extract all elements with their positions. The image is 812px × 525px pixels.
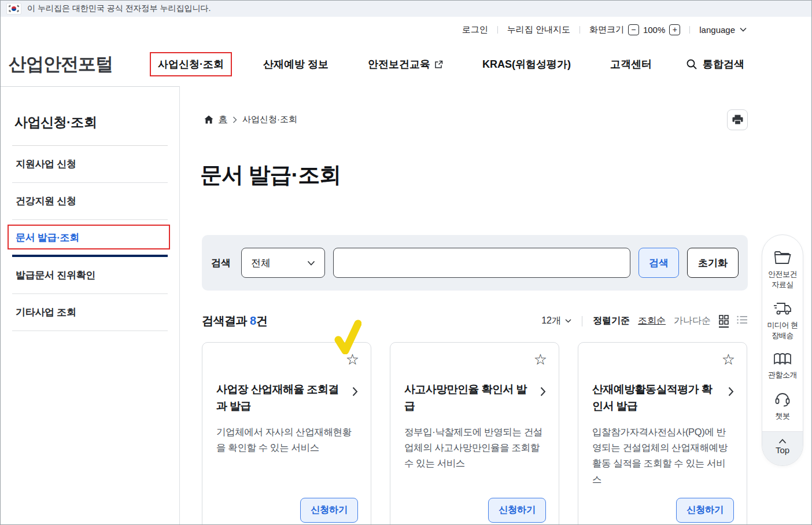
- apply-button[interactable]: 신청하기: [488, 498, 546, 523]
- sort-label: 정렬기준: [593, 315, 630, 327]
- global-search-label: 통합검색: [703, 57, 744, 71]
- quickmenu-label: 챗봇: [776, 411, 790, 421]
- divider: [497, 26, 498, 34]
- apply-button[interactable]: 신청하기: [300, 498, 358, 523]
- nav-item-label: 고객센터: [610, 57, 652, 71]
- sidebar-item-health-support[interactable]: 건강지원 신청: [12, 183, 168, 220]
- sort-by-views[interactable]: 조회순: [638, 315, 666, 327]
- folder-icon: [774, 250, 791, 265]
- korean-flag-icon: [6, 3, 21, 14]
- language-menu[interactable]: language: [699, 25, 747, 35]
- apply-button[interactable]: 신청하기: [676, 498, 734, 523]
- left-sidebar: 사업신청·조회 지원사업 신청 건강지원 신청 문서 발급·조회 발급문서 진위…: [1, 86, 180, 525]
- nav-item-label: 사업신청·조회: [158, 57, 224, 71]
- quickmenu-label: 관할소개: [768, 370, 797, 380]
- quickmenu-item-jurisdiction[interactable]: 관할소개: [768, 352, 797, 380]
- sidebar-item-document-issue[interactable]: 문서 발급·조회: [12, 220, 168, 257]
- star-icon[interactable]: ☆: [722, 352, 735, 367]
- zoom-out-button[interactable]: −: [628, 24, 639, 35]
- sitemap-link[interactable]: 누리집 안내지도: [507, 24, 570, 35]
- print-button[interactable]: [727, 109, 748, 130]
- site-logo[interactable]: 산업안전포털: [9, 52, 113, 76]
- star-icon[interactable]: ☆: [346, 352, 359, 367]
- card-description: 입찰참가자격사전심사(PQ)에 반영되는 건설업체의 산업재해예방활동 실적을 …: [592, 424, 733, 487]
- nav-item-customer-center[interactable]: 고객센터: [602, 52, 660, 76]
- zoom-level-value: 100%: [643, 25, 665, 35]
- results-count-label: 검색결과: [202, 314, 247, 327]
- list-view-icon[interactable]: [737, 315, 748, 327]
- results-count-unit: 건: [256, 314, 268, 327]
- nav-item-label: 산재예방 정보: [263, 57, 329, 71]
- divider: [580, 26, 580, 34]
- gov-banner-text: 이 누리집은 대한민국 공식 전자정부 누리집입니다.: [27, 3, 211, 14]
- gov-banner: 이 누리집은 대한민국 공식 전자정부 누리집입니다.: [1, 1, 811, 17]
- card-title[interactable]: 사업장 산업재해율 조회결과 발급: [216, 381, 357, 415]
- card-description: 정부입·낙찰제도에 반영되는 건설업체의 사고사망만인율을 조회할 수 있는 서…: [404, 424, 545, 472]
- card-description: 기업체에서 자사의 산업재해현황을 확인할 수 있는 서비스: [216, 424, 357, 456]
- nav-item-business-apply[interactable]: 사업신청·조회: [150, 52, 232, 76]
- sidebar-item-label: 건강지원 신청: [16, 194, 76, 208]
- search-filter-value: 전체: [251, 256, 271, 270]
- results-count-value: 8: [250, 314, 256, 327]
- main-nav: 사업신청·조회 산재예방 정보 안전보건교육 KRAS(위험성평가) 고객센터: [150, 52, 660, 76]
- search-input[interactable]: [333, 248, 630, 278]
- chevron-right-icon: [728, 387, 734, 396]
- quickmenu-item-media-delivery[interactable]: 미디어 현장배송: [765, 301, 800, 340]
- results-controls: 12개 정렬기준 조회순 가나다순: [541, 315, 748, 328]
- chevron-down-icon: [307, 260, 315, 266]
- main-header: 산업안전포털 사업신청·조회 산재예방 정보 안전보건교육 KRAS(위험성평가…: [1, 42, 811, 86]
- sidebar-item-support-apply[interactable]: 지원사업 신청: [12, 146, 168, 183]
- breadcrumb: 홈 사업신청·조회: [204, 114, 297, 125]
- card-prevention-activity-certificate[interactable]: ☆ 산재예방활동실적평가 확인서 발급 입찰참가자격사전심사(PQ)에 반영되는…: [578, 342, 747, 525]
- headset-icon: [774, 392, 791, 407]
- per-page-select[interactable]: 12개: [541, 315, 571, 327]
- chevron-down-icon: [740, 27, 747, 32]
- nav-item-label: 안전보건교육: [368, 57, 430, 71]
- sidebar-item-document-verify[interactable]: 발급문서 진위확인: [12, 257, 168, 294]
- login-link[interactable]: 로그인: [462, 24, 488, 35]
- quickmenu-label: 안전보건 자료실: [765, 269, 800, 289]
- breadcrumb-current[interactable]: 사업신청·조회: [242, 114, 297, 125]
- chevron-right-icon: [232, 116, 237, 123]
- language-label: language: [699, 25, 735, 35]
- search-filter-select[interactable]: 전체: [241, 248, 325, 278]
- nav-item-accident-prevention[interactable]: 산재예방 정보: [255, 52, 337, 76]
- zoom-in-button[interactable]: +: [669, 24, 680, 35]
- sidebar-item-label: 기타사업 조회: [16, 306, 76, 319]
- sidebar-item-label: 문서 발급·조회: [16, 231, 79, 244]
- global-search-button[interactable]: 통합검색: [686, 57, 744, 71]
- home-icon[interactable]: [204, 115, 213, 124]
- sidebar-item-other-business[interactable]: 기타사업 조회: [12, 294, 168, 331]
- search-icon: [686, 58, 697, 70]
- scroll-top-label: Top: [776, 445, 789, 455]
- printer-icon: [732, 115, 743, 125]
- search-panel-label: 검색: [211, 256, 231, 270]
- search-button[interactable]: 검색: [638, 248, 679, 278]
- chevron-up-icon: [778, 439, 787, 444]
- sort-by-alpha[interactable]: 가나다순: [674, 315, 711, 327]
- card-industrial-accident-rate[interactable]: ☆ 사업장 산업재해율 조회결과 발급 기업체에서 자사의 산업재해현황을 확인…: [202, 342, 371, 525]
- card-title[interactable]: 사고사망만인율 확인서 발급: [404, 381, 545, 415]
- card-fatality-rate-certificate[interactable]: ☆ 사고사망만인율 확인서 발급 정부입·낙찰제도에 반영되는 건설업체의 사고…: [390, 342, 559, 525]
- quickmenu-item-chatbot[interactable]: 챗봇: [774, 392, 791, 421]
- star-icon[interactable]: ☆: [534, 352, 547, 367]
- reset-button[interactable]: 초기화: [687, 248, 739, 278]
- card-title[interactable]: 산재예방활동실적평가 확인서 발급: [592, 381, 733, 415]
- page-title: 문서 발급·조회: [200, 160, 341, 190]
- sidebar-item-label: 지원사업 신청: [16, 157, 76, 171]
- divider: [689, 26, 690, 34]
- chevron-right-icon: [540, 387, 546, 396]
- grid-view-icon[interactable]: [719, 315, 729, 328]
- chevron-right-icon: [352, 387, 358, 396]
- screen-size-label: 화면크기: [589, 24, 624, 35]
- utility-bar: 로그인 누리집 안내지도 화면크기 − 100% + language: [1, 17, 811, 42]
- per-page-value: 12개: [541, 315, 561, 327]
- scroll-top-button[interactable]: Top: [762, 431, 803, 465]
- quickmenu-item-safety-library[interactable]: 안전보건 자료실: [765, 250, 800, 289]
- nav-item-kras[interactable]: KRAS(위험성평가): [474, 52, 579, 76]
- nav-item-safety-education[interactable]: 안전보건교육: [360, 52, 451, 76]
- sidebar-menu: 지원사업 신청 건강지원 신청 문서 발급·조회 발급문서 진위확인 기타사업 …: [12, 145, 168, 331]
- results-count: 검색결과 8건: [202, 313, 267, 329]
- breadcrumb-home[interactable]: 홈: [219, 114, 227, 125]
- sidebar-title: 사업신청·조회: [14, 113, 168, 131]
